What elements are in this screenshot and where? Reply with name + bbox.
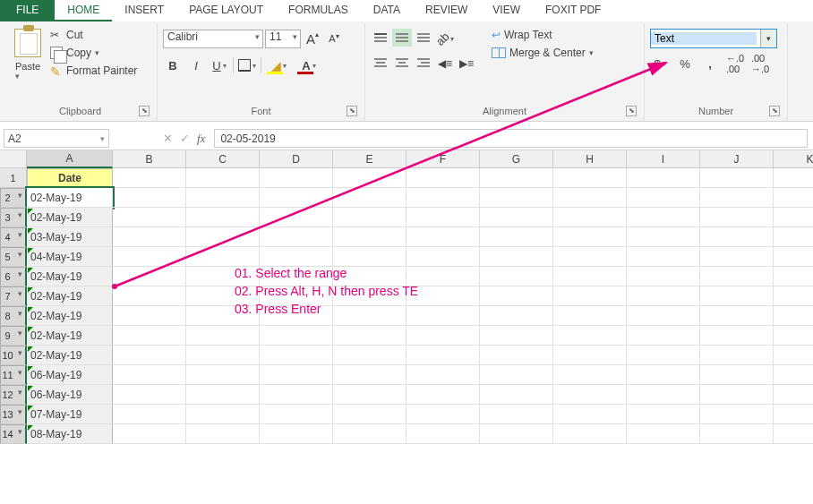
cell-H14[interactable] (553, 424, 627, 444)
cell-K11[interactable] (774, 365, 813, 385)
cell-F1[interactable] (406, 168, 480, 188)
row-header-13[interactable]: 13 (0, 405, 27, 424)
cell-B1[interactable] (113, 168, 186, 188)
cell-J9[interactable] (700, 326, 774, 346)
number-format-select[interactable]: ▾ (650, 29, 777, 48)
cell-B12[interactable] (113, 385, 186, 405)
cell-I7[interactable] (627, 286, 700, 306)
tab-home[interactable]: HOME (55, 0, 112, 21)
cell-J6[interactable] (700, 267, 774, 286)
cell-A11[interactable]: 06-May-19 (27, 365, 113, 385)
formula-input[interactable]: 02-05-2019 (214, 129, 808, 148)
cell-K14[interactable] (774, 424, 813, 444)
font-name-select[interactable]: Calibri (163, 30, 263, 48)
cell-G11[interactable] (480, 365, 553, 385)
cell-C2[interactable] (186, 188, 260, 208)
grow-font-button[interactable]: A▴ (303, 29, 322, 48)
cell-B14[interactable] (113, 424, 186, 444)
borders-button[interactable] (237, 56, 257, 75)
align-bottom-button[interactable] (414, 29, 433, 47)
cell-J1[interactable] (700, 168, 774, 188)
font-launcher[interactable]: ⬊ (347, 106, 357, 116)
cell-K4[interactable] (774, 227, 813, 247)
cell-G4[interactable] (480, 227, 553, 247)
row-header-9[interactable]: 9 (0, 326, 27, 346)
align-left-button[interactable] (371, 54, 390, 72)
row-header-5[interactable]: 5 (0, 247, 27, 267)
cell-A2[interactable]: 02-May-19 (27, 188, 113, 208)
row-header-10[interactable]: 10 (0, 346, 27, 365)
cell-J13[interactable] (700, 405, 774, 424)
cell-B3[interactable] (113, 208, 186, 227)
cell-K5[interactable] (774, 247, 813, 267)
cell-G6[interactable] (480, 267, 553, 286)
row-header-11[interactable]: 11 (0, 365, 27, 385)
cell-D4[interactable] (260, 227, 333, 247)
row-header-8[interactable]: 8 (0, 306, 27, 326)
col-header-D[interactable]: D (260, 150, 333, 168)
cell-J7[interactable] (700, 286, 774, 306)
cell-E3[interactable] (333, 208, 406, 227)
cell-C4[interactable] (186, 227, 260, 247)
comma-style-button[interactable]: , (700, 54, 720, 73)
paste-button[interactable]: Paste (9, 25, 47, 81)
col-header-G[interactable]: G (480, 150, 553, 168)
cell-H8[interactable] (553, 306, 627, 326)
cell-J8[interactable] (700, 306, 774, 326)
cell-I1[interactable] (627, 168, 700, 188)
cell-C11[interactable] (186, 365, 260, 385)
cell-B2[interactable] (113, 188, 186, 208)
cell-I3[interactable] (627, 208, 700, 227)
cell-J5[interactable] (700, 247, 774, 267)
cell-B5[interactable] (113, 247, 186, 267)
tab-data[interactable]: DATA (361, 0, 413, 21)
cell-A6[interactable]: 02-May-19 (27, 267, 113, 286)
tab-review[interactable]: REVIEW (413, 0, 480, 21)
increase-indent-button[interactable]: ▶≡ (457, 54, 476, 73)
cell-B13[interactable] (113, 405, 186, 424)
font-color-button[interactable]: A (295, 56, 322, 75)
cell-K1[interactable] (774, 168, 813, 188)
shrink-font-button[interactable]: A▾ (324, 29, 344, 48)
cell-I4[interactable] (627, 227, 700, 247)
col-header-B[interactable]: B (113, 150, 186, 168)
cell-C3[interactable] (186, 208, 260, 227)
cell-H6[interactable] (553, 267, 627, 286)
orientation-button[interactable]: ab (435, 29, 455, 48)
cell-F13[interactable] (406, 405, 480, 424)
cell-A7[interactable]: 02-May-19 (27, 286, 113, 306)
name-box[interactable]: A2 (4, 129, 109, 148)
cell-F4[interactable] (406, 227, 480, 247)
cell-I5[interactable] (627, 247, 700, 267)
cell-F12[interactable] (406, 385, 480, 405)
col-header-E[interactable]: E (333, 150, 406, 168)
cell-C1[interactable] (186, 168, 260, 188)
cell-D2[interactable] (260, 188, 333, 208)
align-right-button[interactable] (414, 54, 433, 72)
select-all-corner[interactable] (0, 150, 27, 168)
fill-color-button[interactable]: ◢ (265, 56, 292, 75)
cell-F9[interactable] (406, 326, 480, 346)
cell-H5[interactable] (553, 247, 627, 267)
cell-E12[interactable] (333, 385, 406, 405)
col-header-F[interactable]: F (406, 150, 480, 168)
cell-K13[interactable] (774, 405, 813, 424)
cell-I11[interactable] (627, 365, 700, 385)
cell-I14[interactable] (627, 424, 700, 444)
tab-foxit[interactable]: FOXIT PDF (533, 0, 613, 21)
cell-I13[interactable] (627, 405, 700, 424)
cell-G12[interactable] (480, 385, 553, 405)
underline-button[interactable]: U (210, 56, 229, 75)
increase-decimal-button[interactable]: ←.0.00 (725, 54, 745, 73)
cell-G5[interactable] (480, 247, 553, 267)
cell-J14[interactable] (700, 424, 774, 444)
clipboard-launcher[interactable]: ⬊ (139, 106, 150, 116)
cell-A13[interactable]: 07-May-19 (27, 405, 113, 424)
cell-E10[interactable] (333, 346, 406, 365)
col-header-A[interactable]: A (27, 150, 113, 168)
cell-H1[interactable] (553, 168, 627, 188)
cell-G9[interactable] (480, 326, 553, 346)
row-header-4[interactable]: 4 (0, 227, 27, 247)
cell-D12[interactable] (260, 385, 333, 405)
align-middle-button[interactable] (392, 29, 412, 47)
